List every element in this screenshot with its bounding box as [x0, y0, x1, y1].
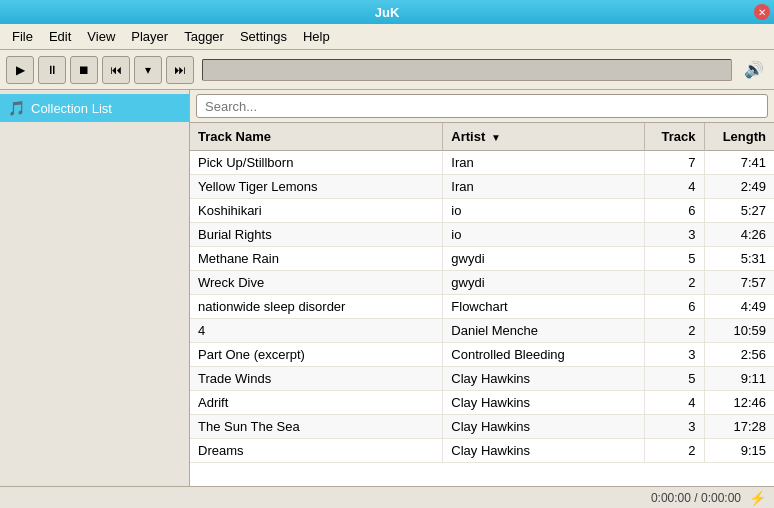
search-bar: [190, 90, 774, 123]
table-row[interactable]: Part One (excerpt)Controlled Bleeding32:…: [190, 343, 774, 367]
cell-track-name: Pick Up/Stillborn: [190, 151, 443, 175]
cell-artist: io: [443, 223, 644, 247]
cell-track-num: 2: [644, 319, 704, 343]
cell-track-name: Yellow Tiger Lemons: [190, 175, 443, 199]
cell-track-num: 3: [644, 223, 704, 247]
table-row[interactable]: AdriftClay Hawkins412:46: [190, 391, 774, 415]
cell-track-name: 4: [190, 319, 443, 343]
time-display: 0:00:00 / 0:00:00: [651, 491, 741, 505]
table-row[interactable]: 4Daniel Menche210:59: [190, 319, 774, 343]
play-button[interactable]: ▶: [6, 56, 34, 84]
table-body: Pick Up/StillbornIran77:41Yellow Tiger L…: [190, 151, 774, 463]
cell-track-num: 3: [644, 415, 704, 439]
col-header-track-name[interactable]: Track Name: [190, 123, 443, 151]
search-input[interactable]: [196, 94, 768, 118]
sidebar-item-collection-list[interactable]: 🎵 Collection List: [0, 94, 189, 122]
cell-length: 7:57: [704, 271, 774, 295]
cell-track-num: 5: [644, 367, 704, 391]
title-bar: JuK ✕: [0, 0, 774, 24]
col-header-track[interactable]: Track: [644, 123, 704, 151]
table-row[interactable]: Yellow Tiger LemonsIran42:49: [190, 175, 774, 199]
cell-track-num: 4: [644, 391, 704, 415]
cell-track-num: 6: [644, 295, 704, 319]
col-header-length[interactable]: Length: [704, 123, 774, 151]
cell-length: 4:49: [704, 295, 774, 319]
cell-artist: Clay Hawkins: [443, 415, 644, 439]
cell-artist: Clay Hawkins: [443, 391, 644, 415]
table-row[interactable]: DreamsClay Hawkins29:15: [190, 439, 774, 463]
cell-track-name: Burial Rights: [190, 223, 443, 247]
cell-track-num: 5: [644, 247, 704, 271]
cell-track-num: 2: [644, 271, 704, 295]
cell-length: 5:31: [704, 247, 774, 271]
cell-track-name: nationwide sleep disorder: [190, 295, 443, 319]
prev-button[interactable]: ⏮: [102, 56, 130, 84]
table-row[interactable]: Methane Raingwydi55:31: [190, 247, 774, 271]
next-button[interactable]: ⏭: [166, 56, 194, 84]
main-area: 🎵 Collection List Track Name Artist ▼ T: [0, 90, 774, 486]
table-header-row: Track Name Artist ▼ Track Length: [190, 123, 774, 151]
cell-track-name: Methane Rain: [190, 247, 443, 271]
progress-bar[interactable]: [202, 59, 732, 81]
transport-bar: ▶ ⏸ ⏹ ⏮ ▾ ⏭ 🔊: [0, 50, 774, 90]
cell-artist: Daniel Menche: [443, 319, 644, 343]
table-row[interactable]: nationwide sleep disorderFlowchart64:49: [190, 295, 774, 319]
cell-artist: gwydi: [443, 247, 644, 271]
cell-length: 10:59: [704, 319, 774, 343]
cell-track-num: 3: [644, 343, 704, 367]
table-row[interactable]: Koshihikariio65:27: [190, 199, 774, 223]
menu-help[interactable]: Help: [295, 27, 338, 46]
playlist-icon[interactable]: ⚡: [749, 490, 766, 506]
cell-track-name: The Sun The Sea: [190, 415, 443, 439]
cell-length: 9:15: [704, 439, 774, 463]
cell-track-name: Trade Winds: [190, 367, 443, 391]
sidebar-item-label: Collection List: [31, 101, 112, 116]
table-row[interactable]: Pick Up/StillbornIran77:41: [190, 151, 774, 175]
cell-artist: Iran: [443, 151, 644, 175]
menu-edit[interactable]: Edit: [41, 27, 79, 46]
sort-arrow-icon: ▼: [491, 132, 501, 143]
menu-view[interactable]: View: [79, 27, 123, 46]
cell-track-num: 2: [644, 439, 704, 463]
menu-file[interactable]: File: [4, 27, 41, 46]
cell-artist: io: [443, 199, 644, 223]
table-row[interactable]: Burial Rightsio34:26: [190, 223, 774, 247]
close-button[interactable]: ✕: [754, 4, 770, 20]
stop-button[interactable]: ⏹: [70, 56, 98, 84]
cell-length: 7:41: [704, 151, 774, 175]
cell-artist: Clay Hawkins: [443, 367, 644, 391]
cell-track-name: Part One (excerpt): [190, 343, 443, 367]
cell-track-num: 4: [644, 175, 704, 199]
table-row[interactable]: Wreck Divegwydi27:57: [190, 271, 774, 295]
sidebar: 🎵 Collection List: [0, 90, 190, 486]
menu-tagger[interactable]: Tagger: [176, 27, 232, 46]
cell-artist: Clay Hawkins: [443, 439, 644, 463]
title-bar-text: JuK: [375, 5, 400, 20]
cell-length: 12:46: [704, 391, 774, 415]
cell-length: 4:26: [704, 223, 774, 247]
cell-track-num: 6: [644, 199, 704, 223]
cell-track-num: 7: [644, 151, 704, 175]
volume-button[interactable]: 🔊: [740, 56, 768, 84]
table-row[interactable]: The Sun The SeaClay Hawkins317:28: [190, 415, 774, 439]
cell-length: 17:28: [704, 415, 774, 439]
cell-track-name: Adrift: [190, 391, 443, 415]
col-header-artist[interactable]: Artist ▼: [443, 123, 644, 151]
menu-bar: File Edit View Player Tagger Settings He…: [0, 24, 774, 50]
menu-settings[interactable]: Settings: [232, 27, 295, 46]
track-table[interactable]: Track Name Artist ▼ Track Length Pick Up…: [190, 123, 774, 486]
menu-player[interactable]: Player: [123, 27, 176, 46]
music-icon: 🎵: [8, 100, 25, 116]
cell-length: 2:49: [704, 175, 774, 199]
cell-length: 2:56: [704, 343, 774, 367]
cell-artist: gwydi: [443, 271, 644, 295]
cell-artist: Flowchart: [443, 295, 644, 319]
dropdown-button[interactable]: ▾: [134, 56, 162, 84]
cell-length: 5:27: [704, 199, 774, 223]
cell-artist: Controlled Bleeding: [443, 343, 644, 367]
table-row[interactable]: Trade WindsClay Hawkins59:11: [190, 367, 774, 391]
cell-length: 9:11: [704, 367, 774, 391]
status-bar: 0:00:00 / 0:00:00 ⚡: [0, 486, 774, 508]
pause-button[interactable]: ⏸: [38, 56, 66, 84]
cell-track-name: Koshihikari: [190, 199, 443, 223]
